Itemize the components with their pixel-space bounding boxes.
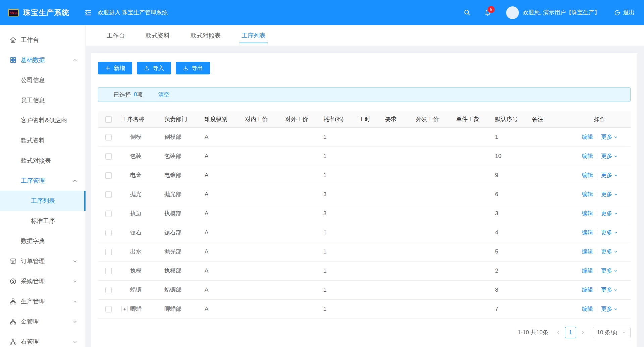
- column-header: 对外工价: [282, 111, 321, 127]
- more-link[interactable]: 更多: [601, 190, 618, 198]
- edit-link[interactable]: 编辑: [582, 210, 593, 217]
- column-header: 外发工价: [413, 111, 453, 127]
- row-select-cell: [98, 242, 119, 261]
- sidebar-item-production-mgmt[interactable]: 生产管理: [0, 291, 86, 311]
- add-button[interactable]: 新增: [98, 62, 132, 74]
- row-checkbox[interactable]: [105, 249, 112, 255]
- edit-link[interactable]: 编辑: [582, 172, 593, 178]
- clear-selection-link[interactable]: 清空: [158, 91, 169, 99]
- sidebar-item-style-data[interactable]: 款式资料: [0, 130, 86, 151]
- chevron-down-icon: [614, 307, 618, 311]
- sidebar-item-company-info[interactable]: 公司信息: [0, 70, 86, 90]
- column-header: 工时: [356, 111, 382, 127]
- column-header: 耗率(%): [321, 111, 356, 127]
- cell-department: 执模部: [162, 261, 202, 280]
- row-checkbox[interactable]: [105, 172, 112, 179]
- edit-link[interactable]: 编辑: [582, 191, 593, 197]
- cell-actions: 编辑更多: [569, 261, 631, 280]
- sidebar-item-data-dictionary[interactable]: 数据字典: [0, 231, 86, 251]
- edit-link[interactable]: 编辑: [582, 229, 593, 236]
- cell-inner-price: [242, 299, 282, 319]
- next-page-icon[interactable]: [580, 330, 585, 335]
- sidebar-item-order-mgmt[interactable]: 订单管理: [0, 251, 86, 271]
- row-checkbox[interactable]: [105, 287, 112, 293]
- sidebar-item-gold-mgmt[interactable]: 金管理: [0, 311, 86, 332]
- menu-fold-icon[interactable]: [84, 9, 92, 17]
- sidebar-item-process-mgmt[interactable]: 工序管理: [0, 171, 86, 191]
- sidebar-item-style-mapping[interactable]: 款式对照表: [0, 151, 86, 171]
- cell-outer-price: [282, 299, 321, 319]
- import-button[interactable]: 导入: [137, 62, 171, 74]
- more-link[interactable]: 更多: [601, 229, 618, 236]
- more-link[interactable]: 更多: [601, 133, 618, 141]
- edit-link[interactable]: 编辑: [582, 153, 593, 159]
- edit-link[interactable]: 编辑: [582, 287, 593, 293]
- selected-count: 0: [134, 91, 137, 98]
- tab-workbench[interactable]: 工作台: [107, 25, 125, 46]
- cell-difficulty-level: A: [202, 280, 242, 299]
- cell-default-seq: 10: [492, 147, 529, 166]
- more-link-label: 更多: [601, 210, 612, 217]
- cell-outsource-price: [413, 261, 453, 280]
- sidebar-item-employee-info[interactable]: 员工信息: [0, 90, 86, 110]
- row-checkbox[interactable]: [105, 230, 112, 236]
- page-size-select[interactable]: 10 条/页: [593, 327, 631, 338]
- row-checkbox[interactable]: [105, 153, 112, 160]
- cell-remark: [529, 242, 569, 261]
- expand-row-icon[interactable]: +: [121, 306, 128, 312]
- sidebar-item-purchase-mgmt[interactable]: 采购管理: [0, 271, 86, 291]
- sidebar-item-workbench[interactable]: 工作台: [0, 30, 86, 50]
- edit-link[interactable]: 编辑: [582, 268, 593, 274]
- more-link[interactable]: 更多: [601, 305, 618, 313]
- more-link[interactable]: 更多: [601, 286, 618, 294]
- more-link[interactable]: 更多: [601, 210, 618, 217]
- chevron-down-icon: [72, 339, 77, 344]
- more-link[interactable]: 更多: [601, 171, 618, 179]
- cell-default-seq: 8: [492, 280, 529, 299]
- edit-link[interactable]: 编辑: [582, 248, 593, 255]
- cell-outer-price: [282, 166, 321, 185]
- more-link[interactable]: 更多: [601, 152, 618, 160]
- more-link[interactable]: 更多: [601, 267, 618, 275]
- cell-requirement: [382, 242, 413, 261]
- tab-style-mapping[interactable]: 款式对照表: [191, 25, 221, 46]
- row-select-cell: [98, 185, 119, 204]
- select-all-checkbox[interactable]: [105, 116, 112, 123]
- sidebar-item-standard-process[interactable]: 标准工序: [0, 211, 86, 231]
- cell-remark: [529, 299, 569, 319]
- edit-link[interactable]: 编辑: [582, 134, 593, 140]
- search-icon[interactable]: [464, 9, 471, 16]
- prev-page-icon[interactable]: [556, 330, 561, 335]
- main-area: 工作台款式资料款式对照表工序列表 新增 导入: [86, 25, 644, 347]
- cell-actions: 编辑更多: [569, 242, 631, 261]
- tab-style-data[interactable]: 款式资料: [146, 25, 170, 46]
- page-number-button[interactable]: 1: [565, 327, 576, 338]
- sidebar-item-stone-mgmt[interactable]: 石管理: [0, 332, 86, 347]
- row-checkbox[interactable]: [105, 134, 112, 140]
- selected-unit: 项: [137, 91, 143, 99]
- sidebar-item-process-list[interactable]: 工序列表: [0, 191, 86, 211]
- row-checkbox[interactable]: [105, 306, 112, 312]
- user-avatar[interactable]: [506, 6, 519, 19]
- edit-link[interactable]: 编辑: [582, 306, 593, 312]
- tab-process-list[interactable]: 工序列表: [241, 25, 266, 46]
- cell-difficulty-level: A: [202, 147, 242, 166]
- welcome-text: 欢迎进入 珠宝生产管理系统: [98, 9, 168, 16]
- row-checkbox[interactable]: [105, 211, 112, 217]
- more-link[interactable]: 更多: [601, 248, 618, 255]
- action-divider: [597, 287, 597, 292]
- app-title: 珠宝生产系统: [23, 8, 69, 18]
- process-name-text: 电金: [130, 171, 142, 179]
- cell-department: 执模部: [162, 204, 202, 223]
- sidebar-item-customer-supplier[interactable]: 客户资料&供应商: [0, 110, 86, 130]
- row-checkbox[interactable]: [105, 268, 112, 274]
- cell-remark: [529, 185, 569, 204]
- export-button[interactable]: 导出: [176, 62, 210, 74]
- logout-button[interactable]: 退出: [614, 9, 635, 16]
- sidebar-item-base-data[interactable]: 基础数据: [0, 50, 86, 70]
- cell-inner-price: [242, 127, 282, 147]
- cell-actions: 编辑更多: [569, 147, 631, 166]
- row-checkbox[interactable]: [105, 191, 112, 198]
- notification-bell-icon[interactable]: 5: [484, 9, 491, 16]
- cell-remark: [529, 204, 569, 223]
